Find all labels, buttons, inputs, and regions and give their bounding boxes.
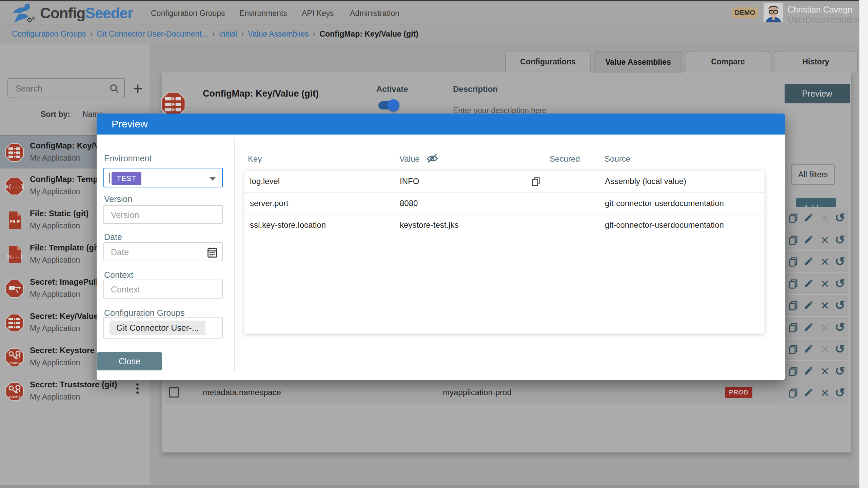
copy-icon[interactable] [788, 278, 800, 290]
delete-x-icon[interactable]: ✕ [819, 366, 831, 377]
search-input[interactable] [15, 80, 108, 97]
sidebar-item-title: Secret: Truststore (git) [30, 380, 117, 389]
copy-icon[interactable] [788, 387, 800, 399]
file-template-icon: ${...} [5, 245, 24, 264]
nav-item-environments[interactable]: Environments [239, 9, 287, 18]
sidebar-item-subtitle: My Application [30, 256, 80, 265]
edit-pencil-icon[interactable] [804, 256, 815, 268]
activate-toggle[interactable] [378, 101, 399, 109]
column-header-source: Source [605, 154, 630, 164]
edit-pencil-icon[interactable] [804, 344, 815, 355]
page-title: ConfigMap: Key/Value (git) [203, 88, 319, 99]
modal-title: Preview [112, 114, 148, 135]
delete-x-icon[interactable]: ✕ [819, 256, 831, 268]
history-restore-icon[interactable]: ↺ [834, 278, 846, 290]
history-restore-icon[interactable]: ↺ [834, 344, 846, 355]
tab-configurations[interactable]: Configurations [505, 51, 591, 72]
eye-off-icon[interactable] [426, 154, 438, 164]
delete-x-icon[interactable]: ✕ [819, 300, 831, 311]
tab-value-assemblies[interactable]: Value Assemblies [594, 51, 682, 73]
cell-source: git-connector-userdocumentation [605, 199, 724, 208]
edit-pencil-icon[interactable] [804, 366, 815, 377]
text-cursor [109, 173, 110, 183]
svg-text:${...}: ${...} [7, 254, 23, 259]
all-filters-button[interactable]: All filters [791, 164, 835, 185]
delete-x-icon[interactable]: ✕ [819, 387, 831, 399]
nav-item-api-keys[interactable]: API Keys [302, 9, 334, 18]
search-box [7, 78, 125, 98]
sidebar-item-subtitle: My Application [30, 221, 80, 230]
navbar: ⚙ ⚙ ConfigSeeder Configuration Groups En… [0, 0, 868, 24]
cell-key: server.port [250, 199, 288, 208]
configuration-groups-box[interactable]: Git Connector User-... [103, 317, 223, 339]
breadcrumb-link-value-assemblies[interactable]: Value Assemblies [248, 29, 309, 39]
context-input[interactable] [110, 281, 213, 298]
user-name[interactable]: Christian Cavegn [787, 5, 852, 15]
avatar[interactable] [764, 3, 783, 22]
version-input[interactable] [110, 207, 213, 223]
preview-button[interactable]: Preview [785, 84, 850, 103]
copy-icon[interactable] [788, 300, 800, 311]
nav-item-configuration-groups[interactable]: Configuration Groups [151, 9, 225, 18]
sidebar-item-title: File: Template (git) [30, 243, 102, 252]
breadcrumb-link-configuration-groups[interactable]: Configuration Groups [12, 29, 86, 39]
history-restore-icon[interactable]: ↺ [834, 300, 846, 311]
tab-history[interactable]: History [774, 51, 858, 72]
user-org: UserDocumentation [787, 15, 862, 25]
environment-chip: TEST [112, 172, 141, 185]
delete-x-icon[interactable]: ✕ [819, 278, 831, 290]
preview-row: ssl.key-store.location keystore-test.jks… [244, 215, 764, 237]
edit-pencil-icon[interactable] [804, 278, 815, 290]
close-button[interactable]: Close [97, 352, 162, 370]
history-restore-icon[interactable]: ↺ [834, 322, 846, 333]
history-restore-icon[interactable]: ↺ [834, 235, 846, 246]
breadcrumb-link-initial[interactable]: Initial [219, 29, 237, 39]
copy-icon[interactable] [788, 366, 800, 377]
preview-row: log.level INFO Assembly (local value) [244, 171, 764, 193]
delete-x-icon: ✕ [819, 322, 831, 333]
modal-header: Preview [97, 114, 785, 135]
add-value-assembly-button[interactable]: + [133, 80, 143, 97]
version-field-box [103, 205, 223, 224]
search-icon[interactable] [109, 83, 119, 94]
delete-x-icon[interactable]: ✕ [819, 235, 831, 246]
environment-badge: PROD [725, 387, 752, 398]
item-menu-kebab-icon[interactable] [136, 383, 139, 395]
history-restore-icon[interactable]: ↺ [834, 366, 846, 377]
environment-select[interactable]: TEST [103, 168, 223, 187]
history-restore-icon[interactable]: ↺ [834, 212, 846, 224]
row-key: metadata.namespace [203, 388, 281, 397]
vertical-scrollbar[interactable] [859, 0, 868, 488]
edit-pencil-icon[interactable] [804, 212, 815, 224]
breadcrumb-link-configuration-group[interactable]: Git Connector User-Document... [97, 29, 208, 39]
cell-source: Assembly (local value) [605, 177, 686, 186]
activate-label: Activate [376, 84, 408, 94]
nav-item-administration[interactable]: Administration [350, 9, 399, 18]
copy-icon[interactable] [788, 256, 800, 268]
copy-icon[interactable] [788, 322, 800, 333]
row-checkbox[interactable] [169, 387, 179, 398]
horizontal-scrollbar[interactable] [0, 485, 868, 488]
copy-icon[interactable] [788, 235, 800, 246]
copy-icon[interactable] [788, 212, 800, 224]
edit-pencil-icon[interactable] [804, 322, 815, 333]
svg-text:${...}: ${...} [5, 184, 24, 190]
delete-x-icon: ✕ [819, 212, 831, 224]
sidebar-item-subtitle: My Application [30, 392, 80, 402]
edit-pencil-icon[interactable] [804, 235, 815, 246]
preview-row: server.port 8080 git-connector-userdocum… [244, 193, 764, 215]
preview-values-table: log.level INFO Assembly (local value) se… [244, 170, 765, 334]
demo-badge: DEMO [732, 7, 758, 18]
history-restore-icon[interactable]: ↺ [834, 387, 846, 399]
edit-pencil-icon[interactable] [804, 387, 815, 399]
copy-icon[interactable] [788, 344, 800, 355]
calendar-icon[interactable] [207, 247, 217, 258]
sidebar-item-subtitle: My Application [30, 187, 80, 196]
tab-compare[interactable]: Compare [686, 51, 770, 72]
copy-icon[interactable] [531, 176, 540, 187]
breadcrumb-current: ConfigMap: Key/Value (git) [319, 29, 418, 39]
context-field-box [103, 280, 223, 299]
date-input[interactable] [110, 244, 213, 260]
history-restore-icon[interactable]: ↺ [834, 256, 846, 268]
edit-pencil-icon[interactable] [804, 300, 815, 311]
